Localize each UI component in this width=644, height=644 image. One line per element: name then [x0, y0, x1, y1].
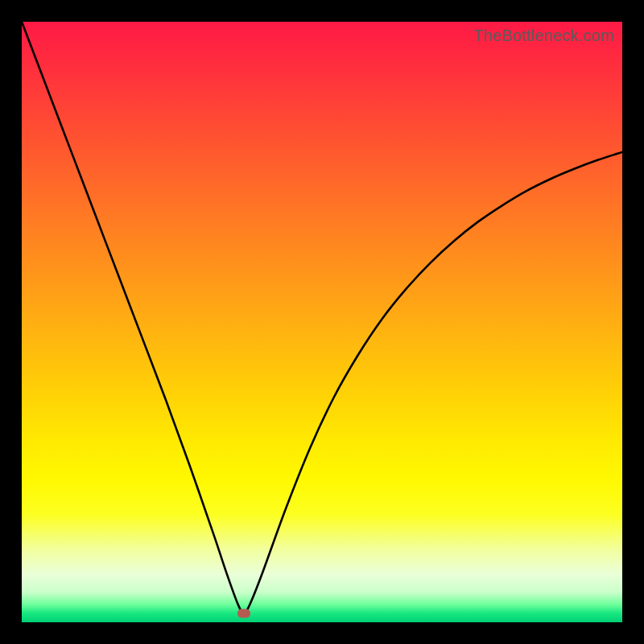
- watermark-text: TheBottleneck.com: [473, 27, 614, 45]
- bottleneck-marker: [237, 609, 250, 617]
- plot-area: TheBottleneck.com: [22, 22, 622, 622]
- chart-frame: TheBottleneck.com: [0, 0, 644, 644]
- bottleneck-curve: [22, 22, 622, 613]
- curve-svg: [22, 22, 622, 622]
